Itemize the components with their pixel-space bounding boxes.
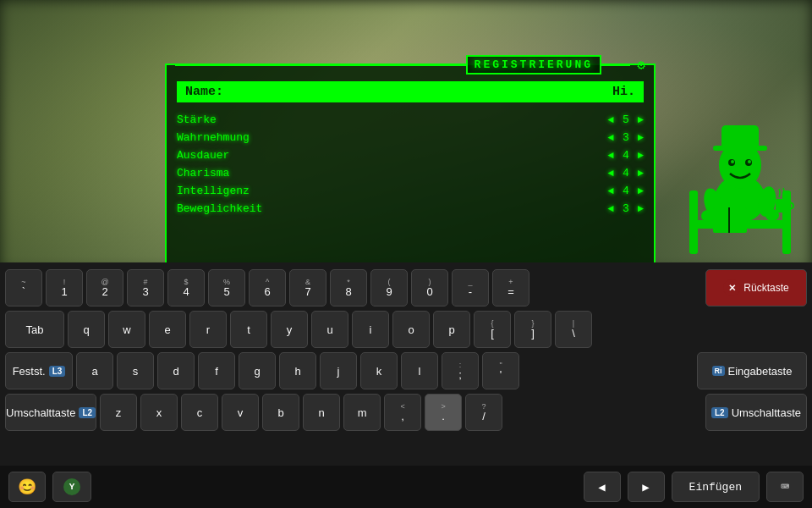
key-equals[interactable]: += xyxy=(492,269,529,306)
key-p[interactable]: p xyxy=(433,311,470,348)
key-open-bracket[interactable]: {[ xyxy=(474,311,511,348)
vault-boy xyxy=(681,110,799,262)
key-quote[interactable]: "' xyxy=(482,352,519,389)
enter-button[interactable]: Ri Eingabetaste xyxy=(697,352,807,389)
key-f[interactable]: f xyxy=(198,352,235,389)
tab-key[interactable]: Tab xyxy=(5,311,64,348)
stat-increase-button[interactable]: ► xyxy=(638,150,644,162)
stat-value: 3 xyxy=(619,131,633,144)
key-comma[interactable]: <, xyxy=(384,394,421,431)
stat-decrease-button[interactable]: ◄ xyxy=(608,203,614,215)
stat-row: Ausdauer ◄ 4 ► xyxy=(177,146,644,164)
key-v[interactable]: v xyxy=(222,394,259,431)
stat-decrease-button[interactable]: ◄ xyxy=(608,168,614,179)
key-b[interactable]: b xyxy=(262,394,299,431)
key-j[interactable]: j xyxy=(320,352,357,389)
caps-lock-key[interactable]: Festst. L3 xyxy=(5,352,73,389)
shift-left-key[interactable]: Umschalttaste L2 xyxy=(5,394,96,431)
stat-increase-button[interactable]: ► xyxy=(638,132,644,144)
asdf-row: Festst. L3 a s d f g h j k l :; "' Ri Ei… xyxy=(5,352,807,389)
key-9[interactable]: (9 xyxy=(370,269,408,306)
svg-rect-21 xyxy=(728,207,730,233)
header-line-right xyxy=(601,64,630,66)
stat-row: Charisma ◄ 4 ► xyxy=(177,164,644,182)
key-backslash[interactable]: |\ xyxy=(555,311,592,348)
key-slash[interactable]: ?/ xyxy=(465,394,502,431)
stat-decrease-button[interactable]: ◄ xyxy=(608,132,614,144)
key-q[interactable]: q xyxy=(68,311,105,348)
emoji-key[interactable]: 😊 xyxy=(8,472,46,502)
name-field[interactable]: Name: Hi. xyxy=(177,81,644,102)
key-5[interactable]: %5 xyxy=(208,269,245,306)
key-m[interactable]: m xyxy=(343,394,381,431)
key-k[interactable]: k xyxy=(360,352,398,389)
key-period[interactable]: >. xyxy=(425,394,462,431)
key-w[interactable]: w xyxy=(108,311,145,348)
key-u[interactable]: u xyxy=(311,311,348,348)
key-z[interactable]: z xyxy=(100,394,137,431)
key-h[interactable]: h xyxy=(279,352,316,389)
key-3[interactable]: #3 xyxy=(127,269,164,306)
caps-label: Festst. xyxy=(13,365,46,378)
stat-increase-button[interactable]: ► xyxy=(638,203,644,215)
key-4[interactable]: $4 xyxy=(167,269,205,306)
shift-right-label: Umschalttaste xyxy=(732,406,801,419)
key-close-bracket[interactable]: }] xyxy=(514,311,551,348)
backspace-label: Rücktaste xyxy=(743,282,788,294)
shift-left-label: Umschalttaste xyxy=(6,406,75,419)
zxcv-row: Umschalttaste L2 z x c v b n m <, >. ?/ … xyxy=(5,394,807,431)
number-row: ~` !1 @2 #3 $4 %5 ^6 &7 *8 (9 )0 _- += ✕… xyxy=(5,269,807,306)
stat-row: Intelligenz ◄ 4 ► xyxy=(177,182,644,200)
arrow-left-key[interactable]: ◀ xyxy=(584,472,621,502)
key-8[interactable]: *8 xyxy=(330,269,367,306)
keyboard-icon-key[interactable]: ⌨ xyxy=(766,472,804,502)
key-backtick[interactable]: ~` xyxy=(5,269,42,306)
name-label: Name: xyxy=(185,85,223,99)
key-o[interactable]: o xyxy=(392,311,430,348)
arrow-right-key[interactable]: ▶ xyxy=(628,472,665,502)
key-6[interactable]: ^6 xyxy=(249,269,286,306)
key-g[interactable]: g xyxy=(239,352,276,389)
stats-container: Stärke ◄ 5 ► Wahrnehmung ◄ 3 ► Ausdauer … xyxy=(167,111,654,218)
terminal-title: REGISTRIERUNG xyxy=(466,55,601,75)
key-r[interactable]: r xyxy=(189,311,227,348)
stat-value: 4 xyxy=(619,185,633,197)
key-d[interactable]: d xyxy=(157,352,195,389)
stat-decrease-button[interactable]: ◄ xyxy=(608,185,614,197)
svg-rect-3 xyxy=(689,190,698,224)
key-y[interactable]: y xyxy=(271,311,308,348)
key-minus[interactable]: _- xyxy=(452,269,489,306)
stat-decrease-button[interactable]: ◄ xyxy=(608,114,614,126)
header-line-left xyxy=(175,64,466,66)
stat-value: 3 xyxy=(619,202,633,215)
key-semicolon[interactable]: :; xyxy=(442,352,479,389)
key-i[interactable]: i xyxy=(352,311,389,348)
key-7[interactable]: &7 xyxy=(289,269,326,306)
stat-increase-button[interactable]: ► xyxy=(638,168,644,179)
key-c[interactable]: c xyxy=(181,394,218,431)
key-s[interactable]: s xyxy=(117,352,154,389)
key-0[interactable]: )0 xyxy=(411,269,448,306)
key-1[interactable]: !1 xyxy=(46,269,83,306)
key-e[interactable]: e xyxy=(149,311,186,348)
stat-name: Beweglichkeit xyxy=(177,202,608,215)
y-key[interactable]: Y xyxy=(52,472,91,502)
key-2[interactable]: @2 xyxy=(86,269,123,306)
svg-point-15 xyxy=(748,160,751,163)
key-x[interactable]: x xyxy=(140,394,178,431)
stat-row: Wahrnehmung ◄ 3 ► xyxy=(177,129,644,146)
key-n[interactable]: n xyxy=(303,394,340,431)
key-t[interactable]: t xyxy=(230,311,267,348)
key-l[interactable]: l xyxy=(401,352,438,389)
stat-decrease-button[interactable]: ◄ xyxy=(608,150,614,162)
stat-value: 4 xyxy=(619,149,633,162)
stat-increase-button[interactable]: ► xyxy=(638,114,644,126)
stat-name: Charisma xyxy=(177,167,608,179)
l3-badge: L3 xyxy=(49,366,66,377)
key-a[interactable]: a xyxy=(76,352,113,389)
stat-increase-button[interactable]: ► xyxy=(638,185,644,197)
l2-badge-right: L2 xyxy=(711,407,728,418)
backspace-button[interactable]: ✕ Rücktaste xyxy=(705,269,807,306)
insert-key[interactable]: Einfügen xyxy=(672,472,760,502)
shift-right-key[interactable]: L2 Umschalttaste xyxy=(705,394,807,431)
